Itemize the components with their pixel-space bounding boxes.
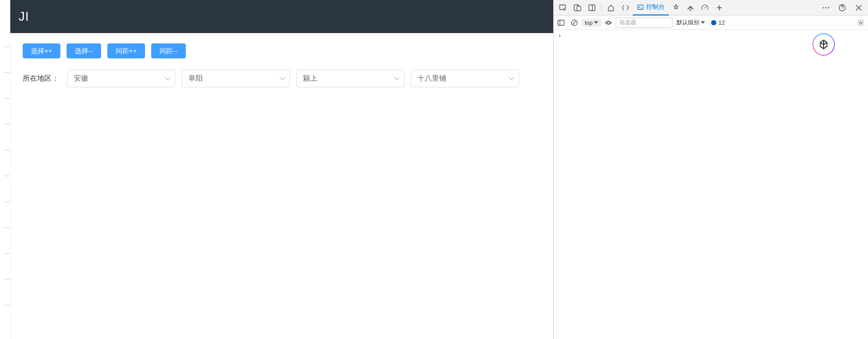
gap-minus-button[interactable]: 间距-- <box>151 43 186 58</box>
province-select[interactable]: 安徽 <box>67 70 175 87</box>
town-value: 十八里铺 <box>417 74 446 83</box>
chevron-down-icon <box>594 21 598 24</box>
issue-dot-icon <box>711 20 716 25</box>
device-toggle-icon[interactable] <box>570 1 585 15</box>
city-value: 阜阳 <box>188 74 203 83</box>
left-nav-edge <box>0 0 10 339</box>
svg-point-6 <box>690 9 691 10</box>
inspect-icon[interactable] <box>556 1 570 15</box>
close-icon[interactable] <box>851 1 866 15</box>
main-body: 选择++ 选择-- 间距++ 间距-- 所在地区： 安徽 阜阳 <box>10 33 553 98</box>
town-select[interactable]: 十八里铺 <box>411 70 519 87</box>
region-row: 所在地区： 安徽 阜阳 颍上 <box>23 70 541 87</box>
chevron-down-icon <box>165 75 171 82</box>
log-level-selector[interactable]: 默认级别 <box>673 19 708 26</box>
devtools-tabbar: 控制台 <box>554 0 868 16</box>
performance-tab-icon[interactable] <box>698 1 712 15</box>
console-tab[interactable]: 控制台 <box>633 0 669 16</box>
svg-point-9 <box>828 7 829 8</box>
live-expression-icon[interactable] <box>602 16 615 30</box>
chevron-down-icon <box>701 21 705 24</box>
main-panel: JI 选择++ 选择-- 间距++ 间距-- 所在地区： 安徽 阜阳 <box>10 0 553 339</box>
region-label: 所在地区： <box>23 74 59 83</box>
logo-text: JI <box>19 9 29 24</box>
button-row: 选择++ 选择-- 间距++ 间距-- <box>23 43 541 58</box>
settings-gear-icon[interactable] <box>855 17 867 29</box>
county-value: 颍上 <box>303 74 317 83</box>
select-minus-button[interactable]: 选择-- <box>67 43 101 58</box>
svg-rect-11 <box>558 20 564 25</box>
main-header: JI <box>10 0 553 33</box>
svg-point-16 <box>860 22 862 24</box>
svg-rect-5 <box>638 5 644 9</box>
console-output[interactable]: › <box>554 30 868 339</box>
svg-line-14 <box>572 21 576 25</box>
add-tab-icon[interactable] <box>712 1 727 15</box>
log-level-label: 默认级别 <box>677 19 699 26</box>
county-select[interactable]: 颍上 <box>296 70 405 87</box>
svg-rect-2 <box>577 6 581 11</box>
more-icon[interactable] <box>818 1 833 15</box>
welcome-tab-icon[interactable] <box>604 1 618 15</box>
context-selector[interactable]: top <box>582 19 601 27</box>
filter-input[interactable]: 筛选器 <box>616 18 672 28</box>
clear-console-icon[interactable] <box>568 16 581 30</box>
console-prompt-icon: › <box>558 32 561 39</box>
gap-plus-button[interactable]: 间距++ <box>107 43 145 58</box>
city-select[interactable]: 阜阳 <box>182 70 290 87</box>
svg-rect-3 <box>589 5 595 10</box>
console-toolbar: top 筛选器 默认级别 12 <box>554 16 868 30</box>
sources-tab-icon[interactable] <box>669 1 683 15</box>
sidebar-toggle-icon[interactable] <box>555 16 567 30</box>
chevron-down-icon <box>508 75 515 82</box>
chevron-down-icon <box>394 75 400 82</box>
svg-point-8 <box>825 7 826 8</box>
select-plus-button[interactable]: 选择++ <box>23 43 60 58</box>
issues-button[interactable]: 12 <box>709 20 727 26</box>
elements-tab-icon[interactable] <box>618 1 633 15</box>
province-value: 安徽 <box>74 74 88 83</box>
context-value: top <box>585 20 592 26</box>
assistant-badge[interactable] <box>812 33 835 56</box>
chevron-down-icon <box>279 75 285 82</box>
help-icon[interactable] <box>835 1 849 15</box>
issue-count: 12 <box>718 20 725 26</box>
dock-icon[interactable] <box>585 1 599 15</box>
svg-point-7 <box>823 7 824 8</box>
network-tab-icon[interactable] <box>683 1 698 15</box>
filter-placeholder: 筛选器 <box>619 19 636 26</box>
console-tab-label: 控制台 <box>646 3 665 11</box>
